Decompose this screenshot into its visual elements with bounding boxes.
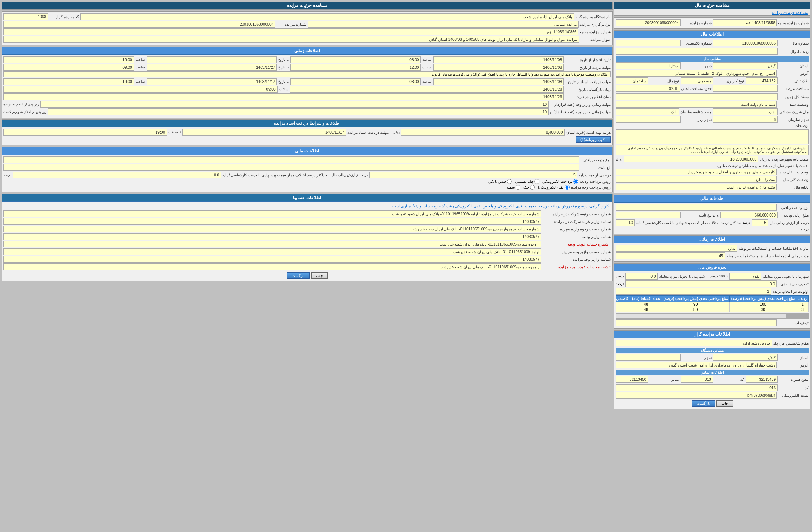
payment-electronic[interactable]: پرداخت الکترونیکی [542, 179, 579, 184]
buyer-input[interactable] [616, 184, 777, 190]
payment-receipt[interactable]: فیش بانکی [488, 179, 512, 184]
share-val-input[interactable] [616, 116, 681, 123]
desc-input[interactable] [616, 319, 777, 326]
publish-date-to[interactable] [147, 56, 277, 63]
address-input[interactable] [616, 70, 777, 77]
code2-input[interactable] [616, 384, 778, 391]
r-auction-num-input[interactable] [3, 21, 275, 28]
remainder-input[interactable] [616, 176, 777, 183]
breadcrumb-link[interactable]: مشاهده جزئیات مزایده [772, 11, 808, 15]
return-acc-id-input[interactable] [3, 256, 541, 263]
refund-acc-input[interactable] [3, 241, 541, 247]
winner-notify-input[interactable] [40, 101, 549, 108]
payment-acc-id-input[interactable] [3, 233, 541, 240]
city-input[interactable] [616, 62, 681, 69]
receive-time-to[interactable] [3, 78, 134, 85]
build-input[interactable] [616, 77, 648, 84]
discount-input[interactable] [625, 280, 777, 287]
bank-unit-input[interactable] [616, 108, 679, 115]
receive-time-from[interactable] [290, 78, 421, 85]
build-area-input[interactable] [616, 85, 680, 92]
r-max-diff-input[interactable] [13, 172, 221, 178]
min-account-input[interactable] [616, 245, 737, 252]
publish-time-to[interactable] [3, 56, 134, 63]
visit-date-from[interactable] [433, 64, 564, 71]
max-diff-input[interactable] [616, 219, 635, 226]
shares-input[interactable] [713, 116, 778, 123]
visit-time-from[interactable] [290, 64, 421, 71]
publish-date-from[interactable] [433, 56, 564, 63]
code1-input[interactable] [681, 376, 713, 383]
mal-num-input[interactable] [713, 40, 778, 46]
r-auction-title-input[interactable] [3, 36, 579, 43]
phone-input[interactable] [746, 376, 778, 383]
expert-price-input[interactable] [401, 129, 565, 136]
r-bidder-org-input[interactable] [80, 13, 574, 20]
addr2-input[interactable] [616, 362, 777, 368]
winner-check[interactable]: چک [523, 185, 535, 190]
publish-time-from[interactable] [290, 56, 421, 63]
asset-type-input[interactable] [616, 48, 778, 55]
award-acc-input[interactable] [3, 263, 541, 270]
r-fixed-input[interactable] [3, 164, 579, 171]
doc-time-input[interactable] [3, 129, 167, 136]
deed-status-input[interactable] [616, 101, 777, 108]
open-time[interactable] [3, 86, 278, 93]
visit-date-to[interactable] [147, 64, 277, 71]
deposit-amount-input[interactable] [720, 212, 778, 218]
r-auction-type-input[interactable] [308, 21, 579, 28]
announce-date-input[interactable] [3, 93, 564, 100]
r-deposit-type-input[interactable] [3, 156, 579, 163]
auction-number-input[interactable] [616, 19, 681, 26]
usage-input[interactable] [681, 77, 713, 84]
max-account-input[interactable] [616, 252, 725, 259]
contract-pos-input[interactable] [616, 340, 772, 346]
scrollbar-thumb[interactable] [786, 314, 808, 319]
company-acc-input[interactable] [3, 210, 541, 217]
partner-input[interactable] [713, 108, 778, 115]
r-percent-input[interactable] [369, 172, 577, 178]
horizontal-scrollbar[interactable] [616, 313, 809, 319]
r-auction-id-input[interactable] [3, 13, 48, 20]
transfer-input[interactable] [616, 169, 777, 175]
area-input[interactable] [713, 85, 778, 92]
winner-note[interactable]: سفته [507, 185, 520, 190]
state-input[interactable] [713, 62, 778, 69]
winner-cash[interactable]: نقد (الکترونیکی) [538, 185, 569, 190]
left-print-btn[interactable]: چاپ [716, 400, 733, 407]
cash-conv-input[interactable] [625, 273, 658, 280]
auction-ref-input[interactable] [713, 19, 777, 26]
cash-percent-input[interactable] [729, 273, 761, 280]
priority-input[interactable] [616, 288, 771, 295]
right-back-btn[interactable]: بازگشت [287, 272, 310, 279]
right-print-btn[interactable]: چاپ [311, 272, 328, 279]
payment-check[interactable]: چک تضمینی [515, 179, 539, 184]
left-back-btn[interactable]: بازگشت [692, 400, 715, 407]
receive-date-to[interactable] [147, 78, 277, 85]
classification-input[interactable] [616, 40, 681, 46]
doc-date-input[interactable] [182, 129, 346, 136]
newspaper-btn[interactable]: آگهی روزنامه(1) [576, 136, 611, 143]
transfer-label: وضعیت انتقال سند [778, 170, 809, 174]
fax-input[interactable] [616, 376, 648, 383]
notes-textarea[interactable] [616, 129, 809, 144]
base-price-input[interactable] [624, 156, 758, 162]
email-input[interactable] [616, 392, 777, 399]
parcel-input[interactable] [746, 77, 778, 84]
open-date[interactable] [290, 86, 564, 93]
payment-acc-input[interactable] [3, 226, 541, 232]
city2-input[interactable] [616, 354, 681, 361]
contact-state-input[interactable] [713, 354, 778, 361]
loser-notify-input[interactable] [48, 108, 549, 115]
company-acc-id-input[interactable] [3, 218, 541, 225]
desc-label: توضیحات [778, 321, 809, 325]
receive-date-from[interactable] [433, 78, 564, 85]
visit-time-to[interactable] [3, 64, 134, 71]
return-acc-input[interactable] [3, 248, 541, 255]
percent2-label: درصد [801, 227, 809, 231]
deposit-type-input[interactable] [616, 204, 777, 211]
percent-from-input[interactable] [752, 219, 768, 226]
fixed-input[interactable] [616, 212, 681, 218]
deed-input[interactable] [616, 93, 778, 100]
r-auction-ref-input[interactable] [3, 28, 578, 35]
